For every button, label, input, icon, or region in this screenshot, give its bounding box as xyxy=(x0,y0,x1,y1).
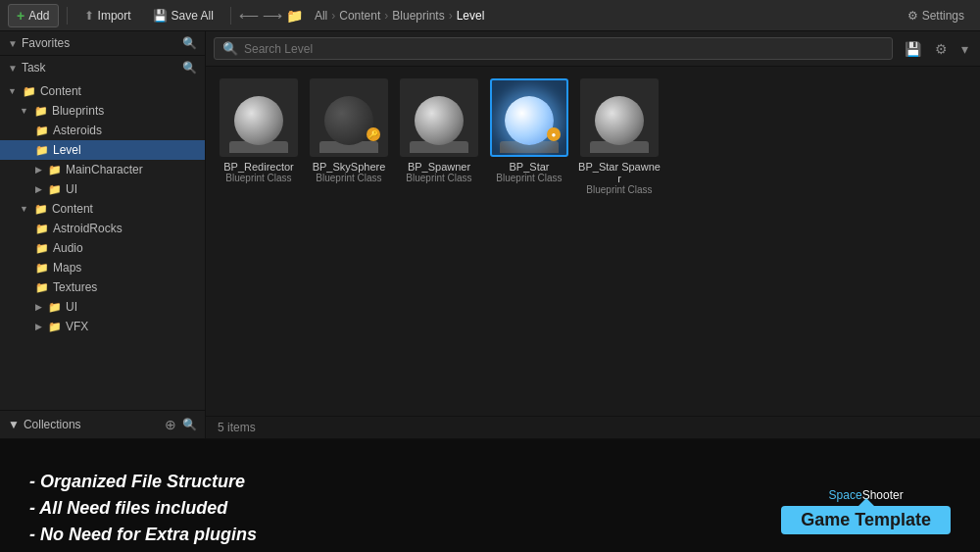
folder-maincharacter: 📁 xyxy=(48,164,62,176)
task-arrow: ▼ xyxy=(8,63,18,74)
task-label: Task xyxy=(22,61,46,75)
label-maincharacter: MainCharacter xyxy=(66,163,143,176)
favorites-search-icon[interactable]: 🔍 xyxy=(182,36,197,50)
label-blueprints: Blueprints xyxy=(52,104,104,118)
label-content-root: Content xyxy=(40,84,81,98)
collections-left: ▼ Collections xyxy=(8,418,81,431)
folder-level: 📁 xyxy=(35,144,49,157)
asset-bp-skysphere[interactable]: 🔑 BP_SkySphere Blueprint Class xyxy=(308,78,390,183)
tree-item-level[interactable]: 📁 Level xyxy=(0,140,205,160)
task-header[interactable]: ▼ Task 🔍 xyxy=(0,56,205,79)
label-audio: Audio xyxy=(53,241,83,255)
tree-item-textures[interactable]: 📁 Textures xyxy=(0,277,205,297)
folder-vfx: 📁 xyxy=(48,321,62,333)
import-button[interactable]: ⬆ Import xyxy=(75,5,140,26)
divider2 xyxy=(230,7,231,25)
favorites-header[interactable]: ▼ Favorites 🔍 xyxy=(0,31,205,55)
logo-space: Space xyxy=(829,488,862,502)
tree-item-maincharacter[interactable]: ▶ 📁 MainCharacter xyxy=(0,160,205,179)
folder-asteroids: 📁 xyxy=(35,125,49,137)
asset-bp-spawner[interactable]: BP_Spawner Blueprint Class xyxy=(398,78,480,183)
sep2: › xyxy=(384,9,388,23)
tree-item-maps[interactable]: 📁 Maps xyxy=(0,258,205,277)
badge-star: ● xyxy=(547,127,561,141)
sphere-star xyxy=(505,96,554,145)
label-level: Level xyxy=(53,143,81,157)
collections-add-icon[interactable]: ⊕ xyxy=(165,417,176,432)
promo-logo: SpaceShooter Game Template xyxy=(781,488,951,534)
save-icon: 💾 xyxy=(153,9,168,23)
arrow-content-root: ▼ xyxy=(8,86,17,96)
settings-label: Settings xyxy=(922,9,964,23)
folder-textures: 📁 xyxy=(35,281,49,294)
sphere-redirector xyxy=(234,96,283,145)
breadcrumb-blueprints[interactable]: Blueprints xyxy=(392,9,444,23)
folder-icon: 📁 xyxy=(286,8,303,24)
asset-thumb-bp-redirector xyxy=(220,78,298,157)
asset-thumb-bp-star: ● xyxy=(490,78,568,157)
folder-maps: 📁 xyxy=(35,262,49,275)
tree-item-blueprints[interactable]: ▼ 📁 Blueprints xyxy=(0,101,205,121)
asset-bp-redirector[interactable]: BP_Redirector Blueprint Class xyxy=(218,78,300,183)
promo-area: - Organized File Structure - All Need fi… xyxy=(0,438,980,552)
tree-item-content2[interactable]: ▼ 📁 Content xyxy=(0,199,205,219)
asset-type-star: Blueprint Class xyxy=(496,173,562,183)
search-icon: 🔍 xyxy=(222,41,238,56)
asset-bp-star[interactable]: ● BP_Star Blueprint Class xyxy=(488,78,570,183)
breadcrumb-content[interactable]: Content xyxy=(339,9,380,23)
breadcrumb-level: Level xyxy=(457,9,485,23)
label-textures: Textures xyxy=(53,280,97,294)
asset-name-star: BP_Star xyxy=(510,161,550,173)
folder-audio: 📁 xyxy=(35,242,49,255)
arrow-ui: ▶ xyxy=(35,302,42,312)
asset-thumb-bp-skysphere: 🔑 xyxy=(310,78,388,157)
asset-thumb-bp-spawner xyxy=(400,78,478,157)
arrow-ui-bp: ▶ xyxy=(35,184,42,194)
sep1: › xyxy=(331,9,335,23)
tree-item-asteroidrocks[interactable]: 📁 AstroidRocks xyxy=(0,219,205,238)
save-all-label: Save All xyxy=(172,9,214,23)
plus-icon: + xyxy=(17,8,24,24)
sidebar: ▼ Favorites 🔍 ▼ Task 🔍 ▼ 📁 Conte xyxy=(0,31,206,438)
status-bar: 5 items xyxy=(206,416,980,438)
tree-item-ui[interactable]: ▶ 📁 UI xyxy=(0,297,205,317)
save-view-icon[interactable]: 💾 xyxy=(901,39,925,59)
bullet-2: - All Need files included xyxy=(29,498,761,519)
tree-item-vfx[interactable]: ▶ 📁 VFX xyxy=(0,317,205,336)
content-tools: 💾 ⚙ ▾ xyxy=(901,39,972,59)
search-input[interactable] xyxy=(244,42,884,56)
history-forward-icon[interactable]: ⟶ xyxy=(263,8,282,24)
settings-icon: ⚙ xyxy=(907,9,918,23)
settings-button[interactable]: ⚙ Settings xyxy=(900,6,972,25)
arrow-vfx: ▶ xyxy=(35,322,42,331)
sphere-spawner xyxy=(415,96,464,145)
history-back-icon[interactable]: ⟵ xyxy=(239,8,259,24)
sphere-star-spawner xyxy=(595,96,644,145)
filter-down-icon[interactable]: ▾ xyxy=(957,39,972,59)
filter-icon[interactable]: ⚙ xyxy=(931,39,952,59)
bullet-3: - No Need for Extra plugins xyxy=(29,525,761,545)
folder-content-root: 📁 xyxy=(23,85,36,98)
tree-item-content-root[interactable]: ▼ 📁 Content xyxy=(0,81,205,101)
save-all-button[interactable]: 💾 Save All xyxy=(144,5,222,26)
asset-bp-star-spawner[interactable]: BP_Star Spawner Blueprint Class xyxy=(578,78,661,195)
breadcrumb: All › Content › Blueprints › Level xyxy=(315,9,484,23)
add-button[interactable]: + Add xyxy=(8,4,59,27)
tree-item-asteroids[interactable]: 📁 Asteroids xyxy=(0,121,205,140)
collections-header[interactable]: ▼ Collections ⊕ 🔍 xyxy=(0,411,205,438)
tree-item-ui-bp[interactable]: ▶ 📁 UI xyxy=(0,179,205,199)
task-search-icon[interactable]: 🔍 xyxy=(182,61,197,75)
collections-arrow: ▼ xyxy=(8,418,20,431)
label-asteroidrocks: AstroidRocks xyxy=(53,222,122,235)
sep3: › xyxy=(449,9,453,23)
promo-bullets: - Organized File Structure - All Need fi… xyxy=(29,472,761,551)
collections-actions: ⊕ 🔍 xyxy=(165,417,197,432)
import-label: Import xyxy=(98,9,131,23)
content-toolbar: 🔍 💾 ⚙ ▾ xyxy=(206,31,980,67)
asset-name-spawner: BP_Spawner xyxy=(408,161,470,173)
arrow-content2: ▼ xyxy=(20,204,28,214)
tree-item-audio[interactable]: 📁 Audio xyxy=(0,238,205,258)
collections-search-icon[interactable]: 🔍 xyxy=(182,418,197,431)
breadcrumb-all[interactable]: All xyxy=(315,9,327,23)
asset-type-redirector: Blueprint Class xyxy=(225,173,291,183)
